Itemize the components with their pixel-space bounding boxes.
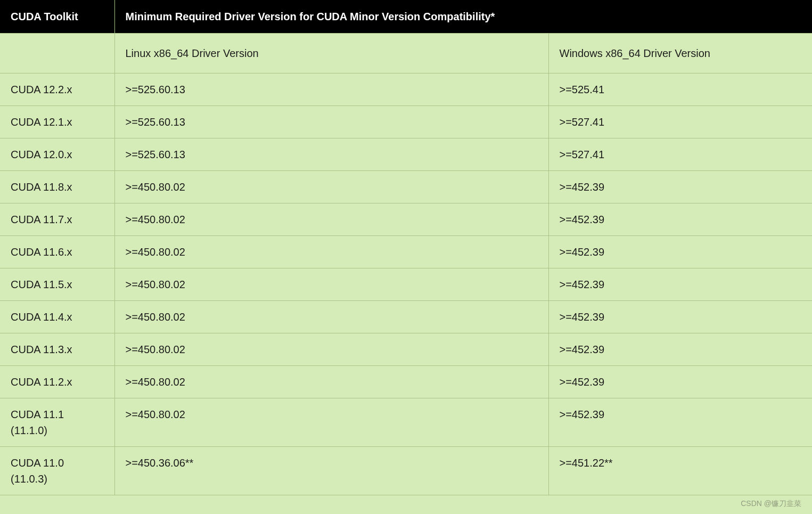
cell-linux: >=525.60.13 bbox=[114, 106, 548, 138]
cell-toolkit: CUDA 11.1 (11.1.0) bbox=[0, 398, 114, 447]
cell-toolkit: CUDA 11.6.x bbox=[0, 236, 114, 268]
subheader-windows: Windows x86_64 Driver Version bbox=[548, 34, 812, 74]
driver-compat-table: CUDA Toolkit Minimum Required Driver Ver… bbox=[0, 0, 812, 495]
cell-windows: >=452.39 bbox=[548, 366, 812, 398]
cell-windows: >=452.39 bbox=[548, 203, 812, 236]
header-toolkit: CUDA Toolkit bbox=[0, 0, 114, 34]
table-row: CUDA 11.1 (11.1.0)>=450.80.02>=452.39 bbox=[0, 398, 812, 447]
cell-windows: >=452.39 bbox=[548, 171, 812, 203]
cell-toolkit: CUDA 11.7.x bbox=[0, 203, 114, 236]
cell-windows: >=452.39 bbox=[548, 398, 812, 447]
table-row: CUDA 11.3.x>=450.80.02>=452.39 bbox=[0, 333, 812, 366]
table-row: CUDA 12.2.x>=525.60.13>=525.41 bbox=[0, 74, 812, 106]
cell-windows: >=452.39 bbox=[548, 301, 812, 333]
table-row: CUDA 11.8.x>=450.80.02>=452.39 bbox=[0, 171, 812, 203]
cell-toolkit: CUDA 11.2.x bbox=[0, 366, 114, 398]
table-subheader-row: Linux x86_64 Driver Version Windows x86_… bbox=[0, 34, 812, 74]
subheader-empty bbox=[0, 34, 114, 74]
cell-linux: >=525.60.13 bbox=[114, 138, 548, 171]
subheader-linux: Linux x86_64 Driver Version bbox=[114, 34, 548, 74]
cell-linux: >=450.80.02 bbox=[114, 301, 548, 333]
cell-windows: >=527.41 bbox=[548, 106, 812, 138]
cell-windows: >=527.41 bbox=[548, 138, 812, 171]
cell-toolkit: CUDA 11.3.x bbox=[0, 333, 114, 366]
cell-windows: >=452.39 bbox=[548, 268, 812, 301]
cell-linux: >=525.60.13 bbox=[114, 74, 548, 106]
cell-linux: >=450.80.02 bbox=[114, 333, 548, 366]
cell-linux: >=450.80.02 bbox=[114, 366, 548, 398]
table-row: CUDA 11.4.x>=450.80.02>=452.39 bbox=[0, 301, 812, 333]
cell-linux: >=450.80.02 bbox=[114, 171, 548, 203]
watermark: CSDN @镰刀韭菜 bbox=[741, 499, 801, 509]
cell-toolkit: CUDA 11.0 (11.0.3) bbox=[0, 447, 114, 495]
table-row: CUDA 11.0 (11.0.3)>=450.36.06**>=451.22*… bbox=[0, 447, 812, 495]
cell-linux: >=450.80.02 bbox=[114, 268, 548, 301]
table-header-row: CUDA Toolkit Minimum Required Driver Ver… bbox=[0, 0, 812, 34]
cell-linux: >=450.80.02 bbox=[114, 398, 548, 447]
cell-toolkit: CUDA 12.0.x bbox=[0, 138, 114, 171]
cell-toolkit: CUDA 12.1.x bbox=[0, 106, 114, 138]
cell-windows: >=452.39 bbox=[548, 333, 812, 366]
table-row: CUDA 11.6.x>=450.80.02>=452.39 bbox=[0, 236, 812, 268]
table-row: CUDA 12.0.x>=525.60.13>=527.41 bbox=[0, 138, 812, 171]
header-driver: Minimum Required Driver Version for CUDA… bbox=[114, 0, 812, 34]
table-row: CUDA 11.5.x>=450.80.02>=452.39 bbox=[0, 268, 812, 301]
table-row: CUDA 12.1.x>=525.60.13>=527.41 bbox=[0, 106, 812, 138]
cell-linux: >=450.36.06** bbox=[114, 447, 548, 495]
cell-linux: >=450.80.02 bbox=[114, 203, 548, 236]
cell-toolkit: CUDA 11.5.x bbox=[0, 268, 114, 301]
cell-windows: >=452.39 bbox=[548, 236, 812, 268]
cell-toolkit: CUDA 12.2.x bbox=[0, 74, 114, 106]
cell-windows: >=451.22** bbox=[548, 447, 812, 495]
cell-toolkit: CUDA 11.4.x bbox=[0, 301, 114, 333]
cell-toolkit: CUDA 11.8.x bbox=[0, 171, 114, 203]
table-row: CUDA 11.7.x>=450.80.02>=452.39 bbox=[0, 203, 812, 236]
cell-linux: >=450.80.02 bbox=[114, 236, 548, 268]
table-row: CUDA 11.2.x>=450.80.02>=452.39 bbox=[0, 366, 812, 398]
cell-windows: >=525.41 bbox=[548, 74, 812, 106]
